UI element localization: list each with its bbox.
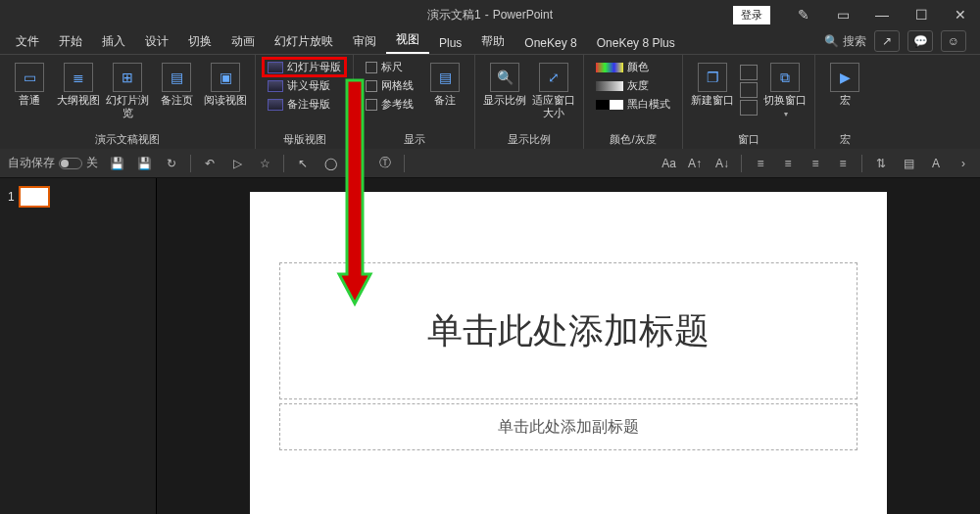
align-right-icon[interactable]: ≡ — [807, 155, 824, 172]
group-window: ❐ 新建窗口 ⧉ 切换窗口▾ 窗口 — [683, 55, 815, 149]
fit-window-button[interactable]: ⤢ 适应窗口大小 — [532, 59, 575, 119]
normal-view-button[interactable]: ▭ 普通 — [8, 59, 51, 107]
overflow-icon[interactable]: › — [955, 155, 972, 172]
gridlines-checkbox[interactable]: 网格线 — [362, 77, 417, 94]
grayscale-button[interactable]: 灰度 — [592, 77, 674, 94]
comments-button[interactable]: 💬 — [907, 30, 933, 52]
arrange-all-icon[interactable] — [740, 65, 758, 80]
toggle-pill-icon — [59, 158, 82, 169]
slide-master-button[interactable]: 幻灯片母版 — [264, 59, 345, 75]
notes-icon: ▤ — [430, 63, 460, 92]
tab-help[interactable]: 帮助 — [471, 29, 514, 54]
search-label: 搜索 — [843, 33, 866, 50]
group-show: 标尺 网格线 参考线 ▤ 备注 显示 — [354, 55, 475, 149]
tab-plus[interactable]: Plus — [429, 32, 471, 54]
tab-onekey8plus[interactable]: OneKey 8 Plus — [587, 32, 685, 54]
tab-transitions[interactable]: 切换 — [178, 29, 221, 54]
textbox-icon[interactable]: Ⓣ — [376, 155, 394, 172]
notes-page-button[interactable]: ▤ 备注页 — [155, 59, 198, 107]
reading-view-button[interactable]: ▣ 阅读视图 — [204, 59, 247, 107]
title-placeholder-text: 单击此处添加标题 — [427, 307, 710, 355]
move-split-icon[interactable] — [740, 100, 758, 116]
star-icon[interactable]: ☆ — [256, 155, 273, 172]
close-icon[interactable]: ✕ — [941, 0, 980, 29]
zoom-icon: 🔍 — [490, 63, 519, 92]
tab-insert[interactable]: 插入 — [92, 29, 135, 54]
save-alt-icon[interactable]: 💾 — [135, 155, 153, 172]
align-justify-icon[interactable]: ≡ — [834, 155, 852, 172]
minimize-icon[interactable]: — — [862, 0, 902, 29]
guides-checkbox[interactable]: 参考线 — [362, 96, 417, 113]
slide-sorter-icon: ⊞ — [113, 63, 142, 92]
shape-icon[interactable]: ◯ — [321, 155, 339, 172]
tab-animations[interactable]: 动画 — [221, 29, 265, 54]
tab-file[interactable]: 文件 — [6, 29, 49, 54]
notes-master-button[interactable]: 备注母版 — [264, 96, 345, 113]
subtitle-placeholder-text: 单击此处添加副标题 — [498, 417, 639, 438]
cascade-icon[interactable] — [740, 82, 758, 98]
macros-button[interactable]: ▶ 宏 — [823, 59, 866, 107]
tab-review[interactable]: 审阅 — [343, 29, 386, 54]
title-bar: 演示文稿1 - PowerPoint 登录 ✎ ▭ — ☐ ✕ — [0, 0, 980, 29]
group-label-master-views: 母版视图 — [264, 130, 345, 147]
slide-canvas-area[interactable]: 单击此处添加标题 单击此处添加副标题 — [157, 178, 980, 514]
slide-thumbnail-1[interactable]: 1 — [8, 188, 148, 206]
switch-windows-icon: ⧉ — [770, 63, 800, 92]
fit-window-icon: ⤢ — [539, 63, 568, 92]
group-zoom: 🔍 显示比例 ⤢ 适应窗口大小 显示比例 — [475, 55, 584, 149]
group-icon[interactable]: ▣ — [349, 155, 367, 172]
save-icon[interactable]: 💾 — [108, 155, 125, 172]
new-window-icon: ❐ — [698, 63, 727, 92]
subtitle-placeholder[interactable]: 单击此处添加副标题 — [279, 403, 858, 450]
handout-master-button[interactable]: 讲义母版 — [264, 77, 345, 94]
ink-icon[interactable]: ✎ — [784, 0, 823, 29]
tab-view[interactable]: 视图 — [386, 27, 429, 54]
new-window-button[interactable]: ❐ 新建窗口 — [691, 59, 734, 107]
bw-swatch-icon — [596, 100, 623, 110]
undo-icon[interactable]: ↶ — [201, 155, 219, 172]
outline-view-icon: ≣ — [64, 63, 93, 92]
autosave-toggle[interactable]: 自动保存 关 — [8, 155, 98, 171]
wordart-icon[interactable]: A — [927, 155, 945, 172]
slide[interactable]: 单击此处添加标题 单击此处添加副标题 — [250, 192, 887, 514]
switch-windows-button[interactable]: ⧉ 切换窗口▾ — [763, 59, 807, 120]
from-beginning-icon[interactable]: ▷ — [228, 155, 246, 172]
group-label-color-grayscale: 颜色/灰度 — [592, 130, 674, 147]
group-label-macros: 宏 — [823, 130, 866, 147]
repeat-icon[interactable]: ↻ — [163, 155, 180, 172]
group-label-zoom: 显示比例 — [483, 130, 575, 147]
ruler-checkbox[interactable]: 标尺 — [362, 59, 417, 75]
tab-onekey8[interactable]: OneKey 8 — [514, 32, 586, 54]
window-title: 演示文稿1 - PowerPoint — [427, 7, 553, 23]
slide-sorter-button[interactable]: ⊞ 幻灯片浏览 — [106, 59, 149, 119]
decrease-font-icon[interactable]: A↓ — [713, 155, 731, 172]
group-color-grayscale: 颜色 灰度 黑白模式 颜色/灰度 — [584, 55, 683, 149]
outline-view-button[interactable]: ≣ 大纲视图 — [57, 59, 100, 107]
font-size-aa-icon[interactable]: Aa — [662, 155, 676, 172]
notes-button[interactable]: ▤ 备注 — [423, 59, 466, 107]
maximize-icon[interactable]: ☐ — [902, 0, 941, 29]
slide-master-icon — [268, 62, 283, 73]
gray-swatch-icon — [596, 81, 623, 91]
login-button[interactable]: 登录 — [733, 6, 770, 24]
tab-slideshow[interactable]: 幻灯片放映 — [265, 29, 343, 54]
align-left-icon[interactable]: ≡ — [752, 155, 769, 172]
share-button[interactable]: ↗ — [874, 30, 900, 52]
arrange-icon[interactable]: ▤ — [900, 155, 917, 172]
align-center-icon[interactable]: ≡ — [779, 155, 797, 172]
zoom-button[interactable]: 🔍 显示比例 — [483, 59, 526, 107]
distribute-icon[interactable]: ⇅ — [872, 155, 890, 172]
title-placeholder[interactable]: 单击此处添加标题 — [279, 262, 858, 399]
tab-home[interactable]: 开始 — [49, 29, 92, 54]
ribbon-options-icon[interactable]: ▭ — [823, 0, 862, 29]
ribbon: ▭ 普通 ≣ 大纲视图 ⊞ 幻灯片浏览 ▤ 备注页 ▣ 阅读视图 演示文稿视图 — [0, 55, 980, 149]
search-box[interactable]: 🔍 搜索 — [824, 33, 866, 50]
color-button[interactable]: 颜色 — [592, 59, 674, 75]
thumb-number: 1 — [8, 190, 15, 204]
smiley-button[interactable]: ☺ — [941, 30, 966, 52]
tab-design[interactable]: 设计 — [135, 29, 178, 54]
cursor-icon[interactable]: ↖ — [294, 155, 312, 172]
increase-font-icon[interactable]: A↑ — [686, 155, 704, 172]
blackwhite-button[interactable]: 黑白模式 — [592, 96, 674, 113]
slide-thumbnails-panel[interactable]: 1 — [0, 178, 157, 514]
